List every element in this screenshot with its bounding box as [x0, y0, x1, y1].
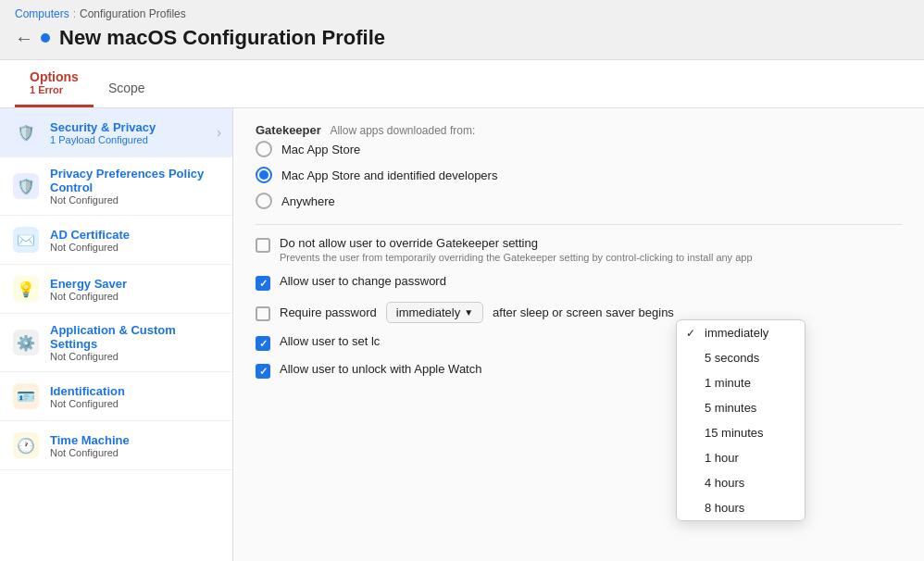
- change-password-checkbox[interactable]: [256, 276, 270, 291]
- tab-options[interactable]: Options 1 Error: [15, 60, 94, 107]
- require-password-value: immediately: [396, 305, 460, 319]
- identification-icon-wrap: 🪪: [11, 381, 41, 411]
- dropdown-4-hours-label: 4 hours: [705, 476, 744, 490]
- ad-cert-subtitle: Not Configured: [50, 242, 221, 253]
- ad-cert-title: AD Certificate: [50, 228, 221, 242]
- breadcrumb-computers[interactable]: Computers: [15, 7, 69, 20]
- sidebar: 🛡️ Security & Privacy 1 Payload Configur…: [0, 108, 233, 561]
- dropdown-no-check-6: [686, 477, 699, 490]
- radio-mac-app-store-label: Mac App Store: [281, 143, 360, 156]
- security-privacy-icon-wrap: 🛡️: [11, 118, 41, 147]
- identification-text: Identification Not Configured: [50, 384, 221, 409]
- no-override-sublabel: Prevents the user from temporarily overr…: [280, 252, 753, 263]
- radio-mac-app-store-identified-label: Mac App Store and identified developers: [281, 168, 497, 182]
- dropdown-1-minute-label: 1 minute: [705, 376, 751, 390]
- page-title-row: ← New macOS Configuration Profile: [15, 26, 909, 59]
- dropdown-item-1-minute[interactable]: 1 minute: [677, 370, 805, 395]
- gatekeeper-label: Gatekeeper Allow apps downloaded from:: [256, 123, 902, 137]
- identification-subtitle: Not Configured: [50, 398, 221, 409]
- apple-watch-checkbox[interactable]: [256, 364, 270, 379]
- dropdown-no-check-1: [686, 352, 699, 365]
- app-custom-text: Application & Custom Settings Not Config…: [50, 323, 221, 362]
- radio-mac-app-store-button[interactable]: [256, 141, 272, 157]
- identification-title: Identification: [50, 384, 221, 398]
- radio-mac-app-store-identified[interactable]: Mac App Store and identified developers: [256, 167, 902, 183]
- dropdown-5-minutes-label: 5 minutes: [705, 401, 756, 415]
- dropdown-item-immediately[interactable]: ✓ immediately: [677, 320, 805, 345]
- dropdown-no-check-2: [686, 377, 699, 390]
- require-password-after-text: after sleep or screen saver begins: [493, 305, 674, 319]
- sidebar-item-identification[interactable]: 🪪 Identification Not Configured: [0, 372, 232, 421]
- require-password-checkbox[interactable]: [256, 306, 270, 321]
- back-button[interactable]: ←: [15, 28, 33, 49]
- main-layout: 🛡️ Security & Privacy 1 Payload Configur…: [0, 108, 924, 561]
- require-password-row: Require password immediately ▼ after sle…: [256, 302, 902, 323]
- content-area: Gatekeeper Allow apps downloaded from: M…: [233, 108, 924, 561]
- security-privacy-subtitle: 1 Payload Configured: [50, 134, 207, 145]
- dropdown-5-seconds-label: 5 seconds: [705, 351, 759, 365]
- tab-scope[interactable]: Scope: [94, 71, 160, 107]
- require-password-dropdown[interactable]: immediately ▼: [386, 302, 483, 323]
- app-custom-icon-wrap: ⚙️: [11, 328, 41, 357]
- dropdown-item-15-minutes[interactable]: 15 minutes: [677, 420, 805, 445]
- privacy-pref-subtitle: Not Configured: [50, 194, 221, 206]
- energy-saver-subtitle: Not Configured: [50, 291, 221, 302]
- sidebar-item-time-machine[interactable]: 🕐 Time Machine Not Configured: [0, 421, 232, 470]
- checkbox-no-override[interactable]: Do not allow user to override Gatekeeper…: [256, 236, 902, 263]
- dropdown-no-check-4: [686, 427, 699, 440]
- change-password-text: Allow user to change password: [280, 274, 446, 288]
- allow-set-lc-checkbox[interactable]: [256, 336, 270, 351]
- radio-group-gatekeeper: Mac App Store Mac App Store and identifi…: [256, 141, 902, 209]
- ad-cert-icon: ✉️: [13, 227, 39, 253]
- security-privacy-title: Security & Privacy: [50, 120, 207, 134]
- privacy-pref-icon: 🛡️: [13, 173, 39, 199]
- radio-anywhere-button[interactable]: [256, 193, 272, 209]
- energy-saver-icon: 💡: [13, 276, 39, 302]
- dropdown-item-1-hour[interactable]: 1 hour: [677, 445, 805, 470]
- top-bar: Computers : Configuration Profiles ← New…: [0, 0, 924, 60]
- unsaved-indicator: [41, 33, 50, 43]
- sidebar-item-security-privacy[interactable]: 🛡️ Security & Privacy 1 Payload Configur…: [0, 108, 232, 157]
- dropdown-15-minutes-label: 15 minutes: [705, 426, 764, 440]
- allow-set-lc-text: Allow user to set lc: [280, 334, 380, 348]
- no-override-label: Do not allow user to override Gatekeeper…: [280, 236, 753, 250]
- apple-watch-text: Allow user to unlock with Apple Watch: [280, 362, 481, 376]
- dropdown-item-5-minutes[interactable]: 5 minutes: [677, 395, 805, 420]
- radio-selected-dot: [259, 170, 268, 180]
- dropdown-8-hours-label: 8 hours: [705, 501, 744, 515]
- time-machine-subtitle: Not Configured: [50, 447, 221, 458]
- time-machine-text: Time Machine Not Configured: [50, 433, 221, 458]
- radio-mac-app-store-identified-button[interactable]: [256, 167, 272, 183]
- gatekeeper-title: Gatekeeper: [256, 123, 321, 137]
- radio-anywhere[interactable]: Anywhere: [256, 193, 902, 209]
- sidebar-item-ad-certificate[interactable]: ✉️ AD Certificate Not Configured: [0, 216, 232, 265]
- dropdown-no-check-5: [686, 452, 699, 465]
- ad-cert-text: AD Certificate Not Configured: [50, 228, 221, 253]
- no-override-checkbox[interactable]: [256, 238, 270, 253]
- password-dropdown-overlay: ✓ immediately 5 seconds 1 minute 5 minut…: [676, 319, 805, 521]
- privacy-pref-text: Privacy Preferences Policy Control Not C…: [50, 167, 221, 206]
- dropdown-no-check-3: [686, 402, 699, 415]
- time-machine-icon-wrap: 🕐: [11, 430, 41, 460]
- radio-mac-app-store[interactable]: Mac App Store: [256, 141, 902, 157]
- sidebar-item-energy-saver[interactable]: 💡 Energy Saver Not Configured: [0, 265, 232, 314]
- dropdown-item-4-hours[interactable]: 4 hours: [677, 470, 805, 495]
- dropdown-item-5-seconds[interactable]: 5 seconds: [677, 345, 805, 370]
- breadcrumb: Computers : Configuration Profiles: [15, 7, 909, 20]
- sidebar-item-privacy-preferences[interactable]: 🛡️ Privacy Preferences Policy Control No…: [0, 157, 232, 216]
- breadcrumb-config-profiles[interactable]: Configuration Profiles: [80, 7, 186, 20]
- security-privacy-icon: 🛡️: [13, 119, 39, 145]
- ad-cert-icon-wrap: ✉️: [11, 225, 41, 255]
- energy-saver-text: Energy Saver Not Configured: [50, 277, 221, 302]
- change-password-label: Allow user to change password: [280, 274, 446, 288]
- dropdown-chevron-icon: ▼: [464, 307, 473, 318]
- energy-saver-icon-wrap: 💡: [11, 274, 41, 304]
- tab-scope-label: Scope: [108, 81, 145, 95]
- checkbox-change-password[interactable]: Allow user to change password: [256, 274, 902, 291]
- security-privacy-text: Security & Privacy 1 Payload Configured: [50, 120, 207, 145]
- privacy-pref-title: Privacy Preferences Policy Control: [50, 167, 221, 194]
- security-privacy-chevron: ›: [217, 125, 221, 140]
- gatekeeper-sub: Allow apps downloaded from:: [330, 124, 475, 137]
- dropdown-item-8-hours[interactable]: 8 hours: [677, 495, 805, 520]
- sidebar-item-app-custom[interactable]: ⚙️ Application & Custom Settings Not Con…: [0, 314, 232, 372]
